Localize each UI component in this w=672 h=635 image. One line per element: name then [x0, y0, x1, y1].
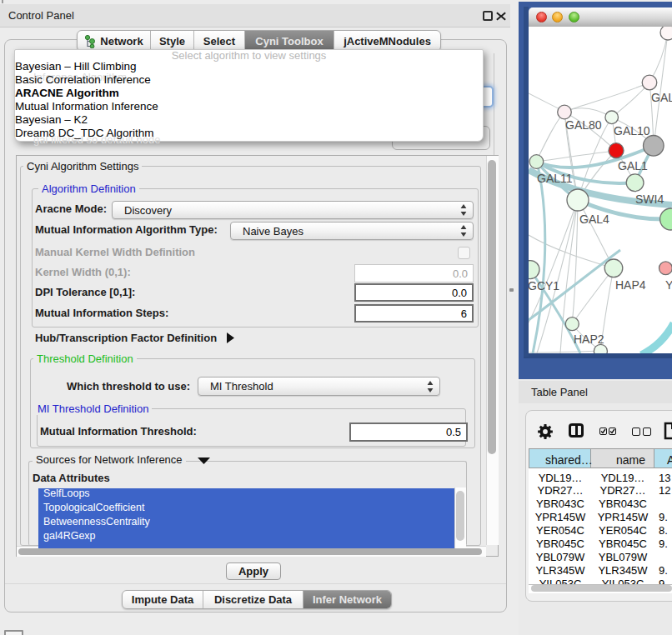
svg-text:GAL11: GAL11	[537, 172, 573, 185]
svg-text:HAP2: HAP2	[574, 332, 604, 346]
svg-text:GCY1: GCY1	[529, 279, 559, 292]
svg-text:Y: Y	[665, 278, 672, 292]
svg-text:GAL10: GAL10	[614, 124, 650, 138]
svg-text:SWI4: SWI4	[635, 192, 664, 206]
svg-text:GAL80: GAL80	[565, 118, 602, 132]
svg-text:GAL1: GAL1	[618, 159, 648, 172]
svg-text:HAP4: HAP4	[615, 278, 646, 292]
svg-text:GAL4: GAL4	[579, 212, 609, 226]
svg-text:GAL7: GAL7	[651, 91, 672, 104]
